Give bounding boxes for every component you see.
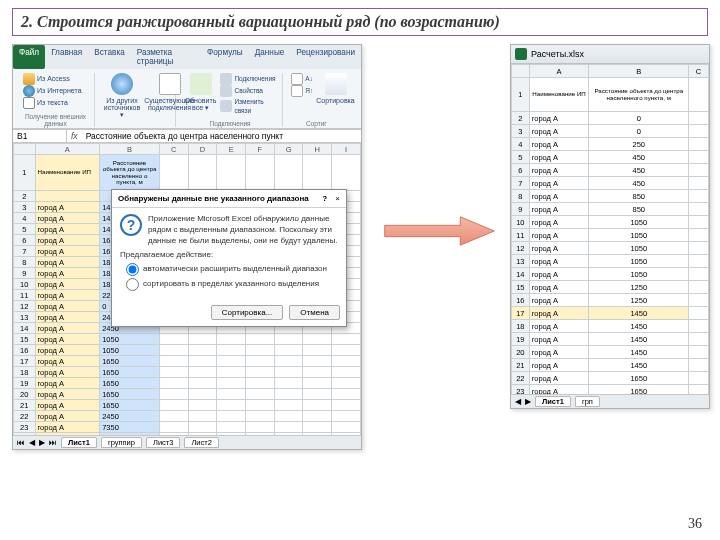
- r-cell-a[interactable]: город А: [529, 359, 589, 372]
- sheet-tab-1[interactable]: Лист1: [61, 437, 97, 448]
- r-cell-a[interactable]: город А: [529, 229, 589, 242]
- tab-nav-last[interactable]: ⏭: [49, 438, 57, 447]
- btn-from-access[interactable]: Из Access: [23, 73, 88, 85]
- rowhdr[interactable]: 7: [14, 246, 36, 257]
- tab-nav-prev[interactable]: ◀: [29, 438, 35, 447]
- r-cell-a[interactable]: город А: [529, 294, 589, 307]
- r-cell-a[interactable]: город А: [529, 307, 589, 320]
- r-tab-nav-prev[interactable]: ◀: [515, 397, 521, 406]
- r-cell-b[interactable]: 1250: [589, 294, 689, 307]
- cell-a[interactable]: город А: [35, 279, 100, 290]
- r-cell-b[interactable]: 1450: [589, 333, 689, 346]
- cell-a[interactable]: город А: [35, 301, 100, 312]
- fx-icon[interactable]: fx: [67, 131, 82, 141]
- dialog-help-button[interactable]: ?: [322, 194, 327, 203]
- r-cell-b[interactable]: 1050: [589, 255, 689, 268]
- cell-a[interactable]: город А: [35, 323, 100, 334]
- cell-b[interactable]: 7350: [100, 422, 160, 433]
- btn-sort[interactable]: Сортировка: [316, 73, 354, 104]
- colhdr-f[interactable]: F: [246, 144, 275, 155]
- sheet-area-left[interactable]: A B C D E F G H I 1Наименование ИПРассто…: [13, 143, 361, 435]
- cell-b[interactable]: 1650: [100, 367, 160, 378]
- r-cell-a[interactable]: город А: [529, 125, 589, 138]
- rowhdr[interactable]: 6: [14, 235, 36, 246]
- cell-b[interactable]: 1650: [100, 356, 160, 367]
- rowhdr[interactable]: 4: [512, 138, 530, 151]
- btn-refresh-all[interactable]: Обновить все ▾: [185, 73, 217, 115]
- r-cell-a[interactable]: город А: [529, 346, 589, 359]
- sheet-tab-4[interactable]: Лист2: [184, 437, 218, 448]
- formula-input[interactable]: Расстояние объекта до центра населенного…: [82, 130, 361, 142]
- r-cell-a[interactable]: город А: [529, 268, 589, 281]
- tab-layout[interactable]: Разметка страницы: [131, 45, 201, 69]
- cell-a[interactable]: город А: [35, 257, 100, 268]
- r-colhdr-a[interactable]: A: [529, 65, 589, 78]
- r-sheet-tab-1[interactable]: Лист1: [535, 396, 571, 407]
- rowhdr[interactable]: 8: [14, 257, 36, 268]
- rowhdr[interactable]: 12: [512, 242, 530, 255]
- tab-review[interactable]: Рецензировани: [290, 45, 361, 69]
- tab-file[interactable]: Файл: [13, 45, 45, 69]
- sheet-tab-2[interactable]: группир: [101, 437, 142, 448]
- rowhdr[interactable]: 23: [14, 422, 36, 433]
- rowhdr[interactable]: 9: [14, 268, 36, 279]
- cell-a[interactable]: город А: [35, 433, 100, 436]
- colhdr-e[interactable]: E: [217, 144, 246, 155]
- r-colhdr-b[interactable]: B: [589, 65, 689, 78]
- r-cell-b[interactable]: 1050: [589, 242, 689, 255]
- r-cell-b[interactable]: 1650: [589, 385, 689, 395]
- r-cell-b[interactable]: 1450: [589, 359, 689, 372]
- rowhdr[interactable]: 2: [512, 112, 530, 125]
- cell-a[interactable]: город А: [35, 400, 100, 411]
- colhdr-d[interactable]: D: [188, 144, 217, 155]
- rowhdr[interactable]: 22: [512, 372, 530, 385]
- btn-from-text[interactable]: Из текста: [23, 97, 88, 109]
- rowhdr[interactable]: 17: [512, 307, 530, 320]
- r-cell-b[interactable]: 1450: [589, 346, 689, 359]
- r-corner[interactable]: [512, 65, 530, 78]
- rowhdr[interactable]: 18: [512, 320, 530, 333]
- cell-a[interactable]: город А: [35, 290, 100, 301]
- btn-sort-desc[interactable]: Я↑: [291, 85, 313, 97]
- rowhdr[interactable]: 9: [512, 203, 530, 216]
- cell-b[interactable]: 1650: [100, 400, 160, 411]
- cell-a[interactable]: город А: [35, 268, 100, 279]
- rowhdr[interactable]: 13: [14, 312, 36, 323]
- cell-a[interactable]: город А: [35, 411, 100, 422]
- rowhdr[interactable]: 1: [14, 155, 36, 191]
- rowhdr[interactable]: 22: [14, 411, 36, 422]
- btn-connections[interactable]: Подключения: [220, 73, 275, 85]
- rowhdr[interactable]: 11: [14, 290, 36, 301]
- r-cell-b[interactable]: 450: [589, 164, 689, 177]
- r-cell-b[interactable]: 1450: [589, 320, 689, 333]
- r-cell-a[interactable]: город А: [529, 112, 589, 125]
- dialog-cancel-button[interactable]: Отмена: [289, 305, 340, 320]
- r-colhdr-c[interactable]: C: [689, 65, 709, 78]
- rowhdr[interactable]: 19: [14, 378, 36, 389]
- rowhdr[interactable]: 15: [14, 334, 36, 345]
- r-cell-b[interactable]: 850: [589, 190, 689, 203]
- sheet-area-right[interactable]: A B C 1Наименование ИПРасстояние объекта…: [511, 64, 709, 394]
- tab-nav-next[interactable]: ▶: [39, 438, 45, 447]
- cell-b[interactable]: 1050: [100, 345, 160, 356]
- r-cell-b[interactable]: 450: [589, 177, 689, 190]
- tab-formulas[interactable]: Формулы: [201, 45, 249, 69]
- cell-a[interactable]: город А: [35, 389, 100, 400]
- cell-b[interactable]: 2450: [100, 411, 160, 422]
- rowhdr[interactable]: 13: [512, 255, 530, 268]
- cell-b[interactable]: 1650: [100, 389, 160, 400]
- tab-home[interactable]: Главная: [45, 45, 88, 69]
- colhdr-g[interactable]: G: [274, 144, 303, 155]
- cell-a[interactable]: город А: [35, 345, 100, 356]
- cell-b[interactable]: 1050: [100, 334, 160, 345]
- rowhdr[interactable]: 4: [14, 213, 36, 224]
- radio-expand-input[interactable]: [126, 263, 139, 276]
- rowhdr[interactable]: 17: [14, 356, 36, 367]
- rowhdr[interactable]: 11: [512, 229, 530, 242]
- r-cell-b[interactable]: 1250: [589, 281, 689, 294]
- r-sheet-tab-2[interactable]: грп: [575, 396, 600, 407]
- radio-within-input[interactable]: [126, 278, 139, 291]
- r-cell-b[interactable]: 1650: [589, 372, 689, 385]
- rowhdr[interactable]: 20: [14, 389, 36, 400]
- dialog-sort-button[interactable]: Сортировка...: [211, 305, 284, 320]
